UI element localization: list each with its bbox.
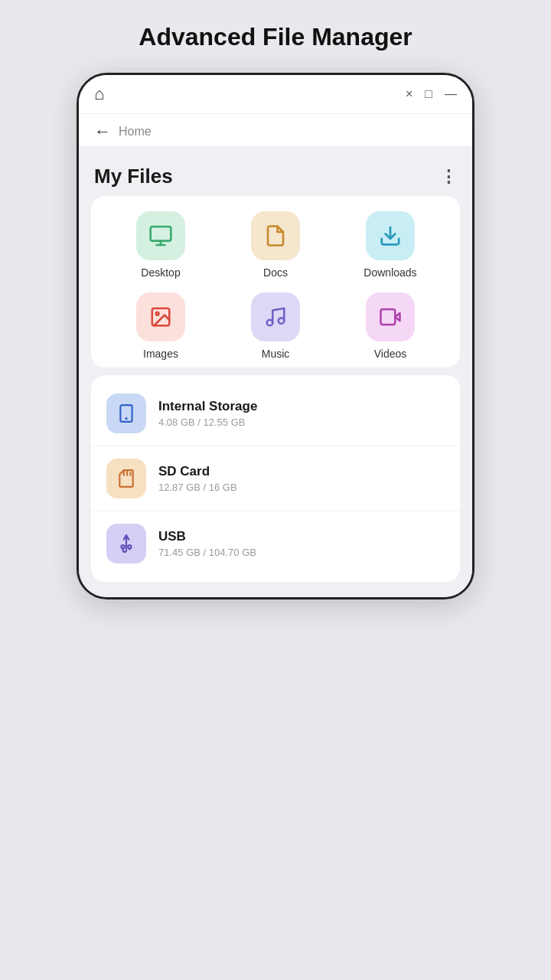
internal-storage-info: Internal Storage 4.08 GB / 12.55 GB bbox=[158, 399, 445, 428]
svg-rect-0 bbox=[151, 227, 171, 241]
maximize-button[interactable]: □ bbox=[425, 87, 432, 101]
sdcard-icon bbox=[106, 459, 146, 498]
minimize-button[interactable]: — bbox=[445, 87, 457, 101]
svg-point-5 bbox=[156, 312, 159, 315]
grid-item-downloads[interactable]: Downloads bbox=[333, 211, 448, 279]
images-label: Images bbox=[143, 348, 178, 360]
internal-storage-size: 4.08 GB / 12.55 GB bbox=[158, 416, 445, 428]
svg-point-6 bbox=[267, 320, 273, 326]
internal-storage-icon bbox=[106, 394, 146, 433]
storage-item-usb[interactable]: USB 71.45 GB / 104.70 GB bbox=[91, 511, 460, 576]
docs-label: Docs bbox=[263, 266, 288, 279]
sdcard-size: 12.87 GB / 16 GB bbox=[158, 482, 445, 493]
page-title: Advanced File Manager bbox=[139, 23, 412, 51]
grid-item-desktop[interactable]: Desktop bbox=[103, 211, 218, 279]
storage-item-internal[interactable]: Internal Storage 4.08 GB / 12.55 GB bbox=[91, 381, 460, 446]
back-button[interactable]: ← bbox=[94, 122, 111, 142]
music-icon bbox=[251, 292, 300, 341]
docs-icon bbox=[251, 211, 300, 260]
phone-shell: ⌂ × □ — ← Home My Files ⋮ bbox=[77, 73, 474, 599]
home-icon[interactable]: ⌂ bbox=[94, 84, 104, 104]
usb-info: USB 71.45 GB / 104.70 GB bbox=[158, 529, 445, 558]
usb-size: 71.45 GB / 104.70 GB bbox=[158, 547, 445, 558]
storage-card: Internal Storage 4.08 GB / 12.55 GB SD C… bbox=[91, 375, 460, 582]
sdcard-info: SD Card 12.87 GB / 16 GB bbox=[158, 464, 445, 493]
main-content: My Files ⋮ Desktop bbox=[79, 146, 472, 597]
grid-item-docs[interactable]: Docs bbox=[218, 211, 333, 279]
sdcard-name: SD Card bbox=[158, 464, 445, 479]
desktop-label: Desktop bbox=[141, 266, 180, 279]
nav-bar: ← Home bbox=[79, 114, 472, 146]
images-icon bbox=[136, 292, 185, 341]
downloads-label: Downloads bbox=[364, 266, 416, 279]
downloads-icon bbox=[366, 211, 415, 260]
window-controls: × □ — bbox=[406, 87, 457, 101]
usb-name: USB bbox=[158, 529, 445, 544]
section-title: My Files bbox=[94, 165, 173, 188]
quick-grid: Desktop Docs Dow bbox=[103, 211, 448, 360]
svg-rect-8 bbox=[381, 309, 396, 325]
videos-label: Videos bbox=[374, 348, 407, 360]
grid-item-music[interactable]: Music bbox=[218, 292, 333, 360]
internal-storage-name: Internal Storage bbox=[158, 399, 445, 414]
desktop-icon bbox=[136, 211, 185, 260]
grid-item-videos[interactable]: Videos bbox=[333, 292, 448, 360]
nav-title: Home bbox=[119, 125, 152, 139]
music-label: Music bbox=[262, 348, 290, 360]
grid-item-images[interactable]: Images bbox=[103, 292, 218, 360]
svg-point-7 bbox=[279, 318, 285, 324]
section-header: My Files ⋮ bbox=[91, 154, 460, 196]
storage-item-sdcard[interactable]: SD Card 12.87 GB / 16 GB bbox=[91, 446, 460, 511]
quick-access-card: Desktop Docs Dow bbox=[91, 196, 460, 368]
close-button[interactable]: × bbox=[406, 87, 412, 101]
more-options-button[interactable]: ⋮ bbox=[440, 167, 457, 187]
title-bar: ⌂ × □ — bbox=[79, 75, 472, 114]
usb-icon bbox=[106, 524, 146, 564]
videos-icon bbox=[366, 292, 415, 341]
